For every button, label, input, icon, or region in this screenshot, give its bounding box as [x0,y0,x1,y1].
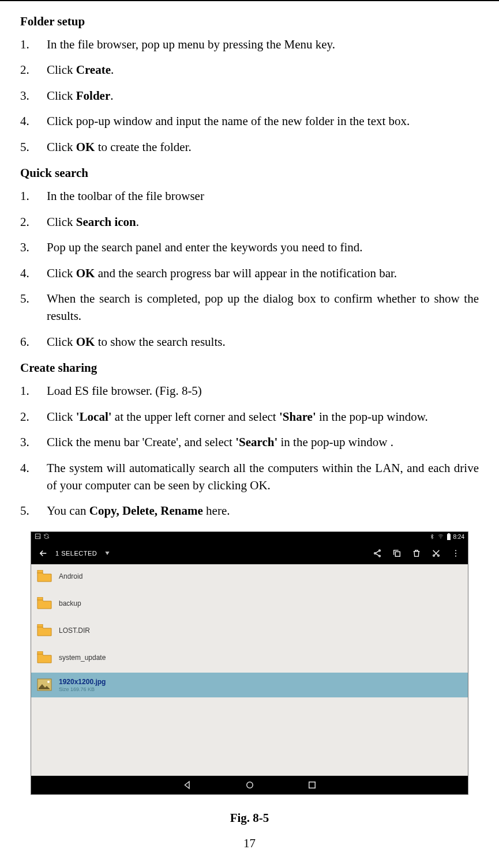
wifi-icon [437,534,444,541]
svg-rect-20 [309,782,315,788]
file-name: 1920x1200.jpg [59,678,106,686]
list-item: 5.When the search is completed, pop up t… [20,290,479,325]
page-number: 17 [0,836,499,851]
gallery-icon [35,533,41,541]
clock-label: 8:24 [453,534,464,540]
figure-8-5: 8:24 1 SELECTED [20,528,479,825]
list-item: 1.In the file browser, pop up menu by pr… [20,36,479,53]
list-item: 5.You can Copy, Delete, Rename here. [20,502,479,519]
folder-icon [37,597,52,610]
back-button[interactable] [33,544,53,563]
cut-button[interactable] [426,544,446,563]
file-row-image-selected[interactable]: 1920x1200.jpg Size 169.76 KB [31,673,468,700]
list-item: 4.The system will automatically search a… [20,459,479,495]
battery-icon [447,533,451,541]
svg-point-11 [455,553,456,554]
empty-area [31,700,468,776]
sync-icon [43,533,50,541]
device-frame: 8:24 1 SELECTED [31,531,468,795]
svg-point-19 [246,782,253,788]
app-bar: 1 SELECTED [31,542,468,564]
file-list: Android backup LOST.DIR system_update [31,564,468,776]
list-folder-setup: 1.In the file browser, pop up menu by pr… [20,36,479,156]
svg-point-1 [440,538,441,538]
file-size: Size 169.76 KB [59,686,106,692]
selection-count[interactable]: 1 SELECTED [55,550,111,557]
svg-rect-3 [447,534,451,540]
svg-point-18 [47,681,50,683]
list-item: 4.Click OK and the search progress bar w… [20,265,479,282]
section-title-quick-search: Quick search [20,166,479,180]
svg-rect-2 [448,533,449,534]
list-item: 3.Click Folder. [20,87,479,104]
svg-point-6 [379,555,381,557]
share-button[interactable] [367,544,387,563]
list-item: 5.Click OK to create the folder. [20,138,479,156]
status-bar: 8:24 [31,532,468,542]
file-row-folder[interactable]: system_update [31,646,468,673]
list-item: 2.Click 'Local' at the upper left corner… [20,408,479,425]
overflow-button[interactable] [446,544,466,563]
svg-rect-14 [37,597,43,600]
list-item: 6.Click OK to show the search results. [20,333,479,350]
svg-rect-15 [37,624,43,627]
selection-count-label: 1 SELECTED [55,550,97,557]
svg-rect-7 [395,552,400,556]
file-row-folder[interactable]: LOST.DIR [31,618,468,646]
nav-recent-button[interactable] [307,780,317,790]
file-row-folder[interactable]: backup [31,591,468,618]
svg-rect-16 [37,651,43,654]
list-item: 4.Click pop-up window and input the name… [20,112,479,130]
dropdown-icon [106,552,110,555]
nav-back-button[interactable] [182,780,193,790]
svg-point-10 [455,550,456,551]
figure-caption: Fig. 8-5 [31,811,468,825]
list-item: 3.Click the menu bar 'Create', and selec… [20,433,479,451]
svg-rect-13 [37,570,43,573]
file-name: Android [59,572,82,580]
section-title-create-sharing: Create sharing [20,361,479,375]
list-item: 2.Click Search icon. [20,213,479,231]
bluetooth-icon [429,533,435,541]
nav-bar [31,776,468,794]
folder-icon [37,624,52,637]
list-item: 3.Pop up the search panel and enter the … [20,239,479,256]
nav-home-button[interactable] [245,780,255,790]
copy-button[interactable] [387,544,407,563]
file-name: LOST.DIR [59,627,90,635]
list-item: 2.Click Create. [20,61,479,78]
svg-point-4 [379,550,381,552]
file-name: backup [59,599,81,607]
list-create-sharing: 1.Load ES file browser. (Fig. 8-5) 2.Cli… [20,382,479,520]
section-title-folder-setup: Folder setup [20,14,479,29]
list-item: 1.In the toolbar of the file browser [20,187,479,205]
file-row-folder[interactable]: Android [31,564,468,591]
folder-icon [37,570,52,583]
svg-point-9 [438,555,440,557]
file-name: system_update [59,654,106,662]
image-icon [37,678,52,691]
folder-icon [37,651,52,664]
list-item: 1.Load ES file browser. (Fig. 8-5) [20,382,479,399]
svg-point-8 [433,555,435,557]
svg-point-12 [455,556,456,557]
list-quick-search: 1.In the toolbar of the file browser 2.C… [20,187,479,350]
svg-point-5 [374,553,376,554]
delete-button[interactable] [407,544,426,563]
